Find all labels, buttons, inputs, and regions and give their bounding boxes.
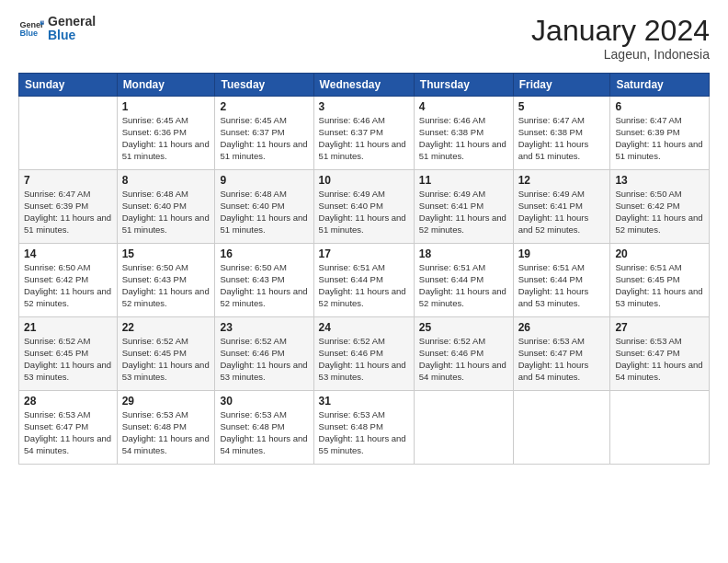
day-number: 5 bbox=[518, 100, 606, 113]
day-number: 21 bbox=[24, 321, 112, 334]
table-row: 30Sunrise: 6:53 AMSunset: 6:48 PMDayligh… bbox=[215, 391, 313, 465]
sunset-text: Sunset: 6:47 PM bbox=[24, 421, 112, 433]
sunset-text: Sunset: 6:42 PM bbox=[24, 274, 112, 286]
daylight-text: Daylight: 11 hours and 54 minutes. bbox=[518, 360, 606, 384]
sunrise-text: Sunrise: 6:53 AM bbox=[122, 409, 210, 421]
day-info: Sunrise: 6:49 AMSunset: 6:41 PMDaylight:… bbox=[419, 189, 508, 236]
daylight-text: Daylight: 11 hours and 51 minutes. bbox=[518, 139, 606, 163]
table-row: 20Sunrise: 6:51 AMSunset: 6:45 PMDayligh… bbox=[610, 244, 710, 317]
daylight-text: Daylight: 11 hours and 52 minutes. bbox=[220, 286, 308, 310]
day-info: Sunrise: 6:50 AMSunset: 6:42 PMDaylight:… bbox=[24, 262, 112, 309]
daylight-text: Daylight: 11 hours and 51 minutes. bbox=[220, 139, 308, 163]
day-number: 11 bbox=[419, 174, 508, 187]
table-row: 25Sunrise: 6:52 AMSunset: 6:46 PMDayligh… bbox=[414, 317, 513, 391]
day-number: 4 bbox=[419, 100, 508, 113]
day-info: Sunrise: 6:48 AMSunset: 6:40 PMDaylight:… bbox=[220, 189, 308, 236]
header-sunday: Sunday bbox=[19, 74, 118, 97]
day-number: 22 bbox=[122, 321, 210, 334]
daylight-text: Daylight: 11 hours and 53 minutes. bbox=[24, 360, 112, 384]
daylight-text: Daylight: 11 hours and 54 minutes. bbox=[419, 360, 508, 384]
sunset-text: Sunset: 6:39 PM bbox=[24, 201, 112, 213]
daylight-text: Daylight: 11 hours and 53 minutes. bbox=[518, 286, 606, 310]
sunset-text: Sunset: 6:45 PM bbox=[24, 348, 112, 360]
day-number: 31 bbox=[319, 395, 409, 408]
table-row: 29Sunrise: 6:53 AMSunset: 6:48 PMDayligh… bbox=[117, 391, 215, 465]
day-info: Sunrise: 6:50 AMSunset: 6:42 PMDaylight:… bbox=[615, 189, 704, 236]
sunrise-text: Sunrise: 6:51 AM bbox=[615, 262, 704, 274]
table-row: 5Sunrise: 6:47 AMSunset: 6:38 PMDaylight… bbox=[513, 97, 610, 170]
sunrise-text: Sunrise: 6:52 AM bbox=[220, 336, 308, 348]
day-info: Sunrise: 6:49 AMSunset: 6:41 PMDaylight:… bbox=[518, 189, 606, 236]
sunrise-text: Sunrise: 6:51 AM bbox=[518, 262, 606, 274]
day-info: Sunrise: 6:53 AMSunset: 6:48 PMDaylight:… bbox=[319, 409, 409, 456]
calendar-header-row: Sunday Monday Tuesday Wednesday Thursday… bbox=[19, 74, 710, 97]
sunrise-text: Sunrise: 6:46 AM bbox=[419, 115, 508, 127]
day-number: 30 bbox=[220, 395, 308, 408]
daylight-text: Daylight: 11 hours and 55 minutes. bbox=[319, 433, 409, 457]
day-info: Sunrise: 6:48 AMSunset: 6:40 PMDaylight:… bbox=[122, 189, 210, 236]
sunrise-text: Sunrise: 6:48 AM bbox=[122, 189, 210, 201]
table-row: 16Sunrise: 6:50 AMSunset: 6:43 PMDayligh… bbox=[215, 244, 313, 317]
daylight-text: Daylight: 11 hours and 52 minutes. bbox=[419, 286, 508, 310]
title-area: January 2024 Lageun, Indonesia bbox=[531, 15, 710, 62]
table-row: 9Sunrise: 6:48 AMSunset: 6:40 PMDaylight… bbox=[215, 170, 313, 244]
day-number: 25 bbox=[419, 321, 508, 334]
daylight-text: Daylight: 11 hours and 51 minutes. bbox=[319, 213, 409, 236]
daylight-text: Daylight: 11 hours and 51 minutes. bbox=[24, 213, 112, 236]
sunrise-text: Sunrise: 6:53 AM bbox=[615, 336, 704, 348]
location: Lageun, Indonesia bbox=[531, 47, 710, 62]
sunset-text: Sunset: 6:40 PM bbox=[220, 201, 308, 213]
calendar-week-row: 21Sunrise: 6:52 AMSunset: 6:45 PMDayligh… bbox=[19, 317, 710, 391]
month-title: January 2024 bbox=[531, 15, 710, 47]
table-row: 1Sunrise: 6:45 AMSunset: 6:36 PMDaylight… bbox=[117, 97, 215, 170]
day-info: Sunrise: 6:53 AMSunset: 6:48 PMDaylight:… bbox=[220, 409, 308, 456]
day-number: 10 bbox=[319, 174, 409, 187]
sunrise-text: Sunrise: 6:52 AM bbox=[419, 336, 508, 348]
sunrise-text: Sunrise: 6:47 AM bbox=[518, 115, 606, 127]
table-row: 26Sunrise: 6:53 AMSunset: 6:47 PMDayligh… bbox=[513, 317, 610, 391]
day-info: Sunrise: 6:51 AMSunset: 6:44 PMDaylight:… bbox=[319, 262, 409, 309]
day-number: 2 bbox=[220, 100, 308, 113]
page: General Blue General Blue January 2024 L… bbox=[0, 0, 728, 563]
daylight-text: Daylight: 11 hours and 53 minutes. bbox=[615, 286, 704, 310]
day-info: Sunrise: 6:53 AMSunset: 6:47 PMDaylight:… bbox=[518, 336, 606, 383]
sunset-text: Sunset: 6:39 PM bbox=[615, 127, 704, 139]
day-number: 24 bbox=[319, 321, 409, 334]
sunrise-text: Sunrise: 6:47 AM bbox=[615, 115, 704, 127]
daylight-text: Daylight: 11 hours and 53 minutes. bbox=[122, 360, 210, 384]
day-number: 12 bbox=[518, 174, 606, 187]
sunrise-text: Sunrise: 6:46 AM bbox=[319, 115, 409, 127]
table-row: 12Sunrise: 6:49 AMSunset: 6:41 PMDayligh… bbox=[513, 170, 610, 244]
day-info: Sunrise: 6:46 AMSunset: 6:37 PMDaylight:… bbox=[319, 115, 409, 162]
sunset-text: Sunset: 6:44 PM bbox=[419, 274, 508, 286]
table-row: 17Sunrise: 6:51 AMSunset: 6:44 PMDayligh… bbox=[313, 244, 414, 317]
day-number: 28 bbox=[24, 395, 112, 408]
sunset-text: Sunset: 6:37 PM bbox=[220, 127, 308, 139]
daylight-text: Daylight: 11 hours and 54 minutes. bbox=[220, 433, 308, 457]
day-number: 26 bbox=[518, 321, 606, 334]
sunrise-text: Sunrise: 6:52 AM bbox=[122, 336, 210, 348]
sunset-text: Sunset: 6:48 PM bbox=[220, 421, 308, 433]
daylight-text: Daylight: 11 hours and 51 minutes. bbox=[122, 213, 210, 236]
sunrise-text: Sunrise: 6:49 AM bbox=[419, 189, 508, 201]
table-row: 27Sunrise: 6:53 AMSunset: 6:47 PMDayligh… bbox=[610, 317, 710, 391]
header-friday: Friday bbox=[513, 74, 610, 97]
sunset-text: Sunset: 6:43 PM bbox=[122, 274, 210, 286]
day-number: 15 bbox=[122, 247, 210, 260]
table-row: 3Sunrise: 6:46 AMSunset: 6:37 PMDaylight… bbox=[313, 97, 414, 170]
day-info: Sunrise: 6:53 AMSunset: 6:47 PMDaylight:… bbox=[24, 409, 112, 456]
table-row bbox=[19, 97, 118, 170]
daylight-text: Daylight: 11 hours and 51 minutes. bbox=[122, 139, 210, 163]
day-info: Sunrise: 6:52 AMSunset: 6:45 PMDaylight:… bbox=[122, 336, 210, 383]
header-saturday: Saturday bbox=[610, 74, 710, 97]
day-number: 19 bbox=[518, 247, 606, 260]
logo-text-blue: Blue bbox=[48, 29, 96, 42]
day-number: 13 bbox=[615, 174, 704, 187]
daylight-text: Daylight: 11 hours and 51 minutes. bbox=[220, 213, 308, 236]
daylight-text: Daylight: 11 hours and 52 minutes. bbox=[518, 213, 606, 236]
day-number: 18 bbox=[419, 247, 508, 260]
calendar-table: Sunday Monday Tuesday Wednesday Thursday… bbox=[18, 73, 710, 465]
day-info: Sunrise: 6:51 AMSunset: 6:45 PMDaylight:… bbox=[615, 262, 704, 309]
table-row: 14Sunrise: 6:50 AMSunset: 6:42 PMDayligh… bbox=[19, 244, 118, 317]
day-number: 9 bbox=[220, 174, 308, 187]
